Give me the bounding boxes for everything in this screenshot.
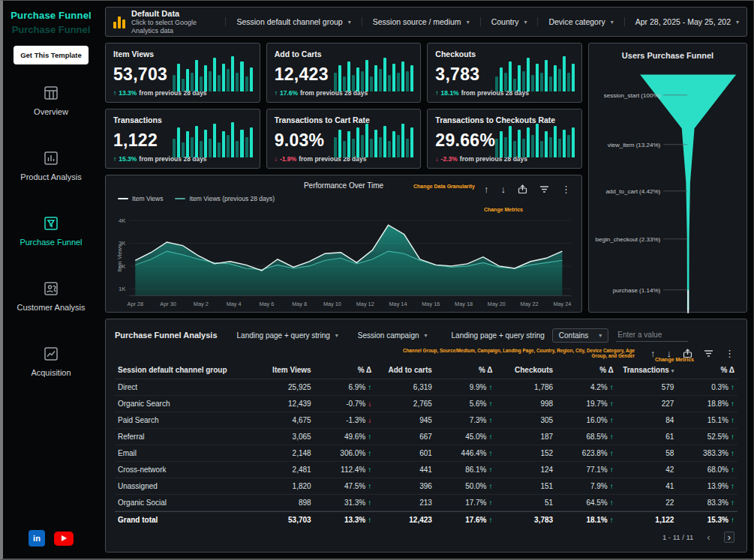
spark-bar	[527, 127, 530, 157]
sidebar-item-customer-analysis[interactable]: Customer Analysis	[3, 280, 99, 312]
cell-delta: 86.1%↑	[435, 466, 496, 474]
spark-bar	[504, 137, 507, 158]
sort-indicator-icon: ▾	[671, 368, 674, 373]
kpi-card-item-views: Item Views 53,703 ↑ 13.3% from previous …	[105, 43, 260, 103]
sidebar-item-purchase-funnel[interactable]: Purchase Funnel	[3, 214, 99, 247]
cell-value: 441	[374, 466, 435, 474]
trend-chart-icon	[42, 345, 60, 363]
export-icon[interactable]	[518, 184, 527, 194]
sidebar-item-label: Overview	[34, 107, 68, 116]
delta-arrow-icon: ↑	[489, 466, 493, 474]
spark-bar	[379, 69, 382, 91]
svg-text:May 4: May 4	[227, 302, 242, 308]
more-options-icon[interactable]: ⋮	[561, 184, 571, 194]
spark-bar	[536, 124, 539, 157]
next-page-icon[interactable]: ›	[724, 532, 734, 543]
svg-text:May 10: May 10	[323, 302, 341, 308]
table-header-row: Session default channel groupItem Views%…	[115, 361, 737, 379]
performance-chart-svg: 1K2K3K4KApr 28Apr 30May 2May 4May 6May 8…	[112, 208, 575, 309]
kpi-card-transactions-to-cart-rate: Transactions to Cart Rate 9.03% ↓ -1.9% …	[266, 109, 422, 169]
spark-bar	[209, 71, 212, 92]
sidebar-nav: Overview Product Analysis Purchase Funne…	[3, 84, 99, 410]
linkedin-icon[interactable]: in	[29, 530, 45, 547]
delta-arrow-icon: ↑	[435, 89, 438, 97]
table-row[interactable]: Cross-network2,481112.4%↑44186.1%↑12477.…	[115, 462, 737, 478]
delta-arrow-icon: ↑	[610, 466, 614, 474]
delta-arrow-icon: ↑	[610, 416, 614, 424]
cell-value: 3,065	[254, 433, 314, 441]
table-row-grand-total[interactable]: Grand total53,70313.3%↑12,42317.6%↑3,783…	[115, 511, 737, 528]
column-header[interactable]: % Δ	[677, 361, 737, 379]
cell-delta: 64.5%↑	[556, 499, 617, 507]
filter-dropdown[interactable]: Country▾	[480, 17, 538, 26]
table-row[interactable]: Unassigned1,82047.5%↑39650.0%↑1517.9%↑41…	[115, 478, 737, 495]
spark-bar	[401, 124, 404, 157]
condition-value-input[interactable]	[616, 328, 688, 342]
cell-value: 22	[617, 499, 677, 507]
previous-page-icon[interactable]: ‹	[707, 532, 710, 542]
filter-dropdown[interactable]: Session default channel group▾	[225, 17, 361, 26]
date-range-picker[interactable]: Apr 28, 2025 - May 25, 202 ▾	[624, 17, 739, 26]
table-row[interactable]: Paid Search4,675-1.3%↓9457.3%↑30516.0%↑8…	[115, 412, 737, 429]
chart-toolbar: Change Data Granularity ↑ ↓ Change Metri…	[484, 184, 571, 194]
table-row[interactable]: Organic Social89831.3%↑21317.7%↑5164.5%↑…	[115, 495, 737, 511]
get-template-button[interactable]: Get This Template	[14, 46, 89, 64]
data-source-text: Default Data Click to select Google Anal…	[131, 9, 219, 35]
annotation-metrics: Change Metrics	[655, 357, 694, 362]
table-filter-landing-page[interactable]: Landing page + query string ▾	[237, 331, 338, 340]
column-header[interactable]: % Δ	[435, 361, 496, 379]
table-row[interactable]: Organic Search12,439-0.7%↓2,7655.6%↑9981…	[115, 396, 737, 412]
chevron-down-icon: ▾	[425, 332, 428, 339]
sort-up-icon[interactable]: ↑	[484, 184, 489, 194]
spark-bar	[356, 127, 359, 157]
column-header[interactable]: Checkouts	[496, 361, 557, 379]
table-row[interactable]: Direct25,9256.9%↑6,3199.9%↑1,7864.2%↑579…	[115, 379, 737, 396]
filter-dropdown[interactable]: Device category▾	[537, 17, 623, 26]
column-header[interactable]: Transactions▾	[617, 361, 677, 379]
sidebar-item-product-analysis[interactable]: Product Analysis	[3, 149, 99, 181]
sidebar-item-overview[interactable]: Overview	[3, 84, 99, 116]
cell-delta: 5.6%↑	[435, 400, 496, 408]
data-source-selector[interactable]: Default Data Click to select Google Anal…	[113, 9, 219, 35]
condition-operator-select[interactable]: Contains ▾	[552, 328, 608, 343]
cell-value: 58	[617, 449, 677, 457]
delta-arrow-icon: ↓	[275, 155, 278, 163]
column-header[interactable]: Add to carts	[374, 361, 435, 379]
spark-bar	[209, 139, 212, 157]
legend-swatch	[175, 198, 185, 199]
spark-bar	[227, 69, 230, 91]
more-options-icon[interactable]: ⋮	[725, 349, 734, 358]
sort-down-icon[interactable]: ↓	[501, 184, 506, 194]
filter-icon[interactable]	[539, 185, 549, 193]
sidebar-item-acquisition[interactable]: Acquisition	[3, 345, 99, 377]
column-header[interactable]: % Δ	[314, 361, 375, 379]
performance-chart[interactable]: Item Views 1K2K3K4KApr 28Apr 30May 2May …	[112, 208, 575, 309]
delta-arrow-icon: ↑	[489, 516, 493, 524]
spark-bar	[374, 130, 377, 158]
spark-bar	[495, 76, 498, 91]
table-row[interactable]: Email2,148306.0%↑601446.4%↑152623.8%↑583…	[115, 445, 737, 462]
column-header[interactable]: Item Views	[254, 361, 314, 379]
table-row[interactable]: Referral3,06549.6%↑66745.0%↑18768.5%↑615…	[115, 429, 737, 445]
chevron-down-icon: ▾	[467, 19, 470, 25]
delta-arrow-icon: ↑	[610, 516, 614, 524]
spark-bar	[495, 139, 498, 157]
spark-bar	[191, 137, 194, 158]
delta-arrow-icon: ↑	[489, 482, 493, 490]
table-filter-session-campaign[interactable]: Session campaign ▾	[358, 331, 428, 340]
delta-arrow-icon: ↑	[610, 383, 614, 391]
spark-bar	[370, 139, 373, 157]
filter-icon[interactable]	[704, 349, 713, 358]
column-header[interactable]: % Δ	[556, 361, 617, 379]
cell-channel: Cross-network	[115, 466, 254, 474]
youtube-icon[interactable]	[54, 532, 74, 546]
funnel-chart[interactable]: session_start (100%)view_item (13.24%)ad…	[595, 63, 740, 317]
filter-dropdown[interactable]: Session source / medium▾	[362, 17, 480, 26]
svg-text:May 8: May 8	[292, 302, 307, 308]
spark-bar	[191, 73, 194, 91]
spark-bar	[545, 131, 548, 157]
cell-delta: 15.3%↑	[677, 516, 737, 524]
column-header[interactable]: Session default channel group	[115, 361, 254, 379]
cell-value: 3,783	[496, 516, 557, 524]
cell-value: 12,439	[254, 400, 314, 408]
